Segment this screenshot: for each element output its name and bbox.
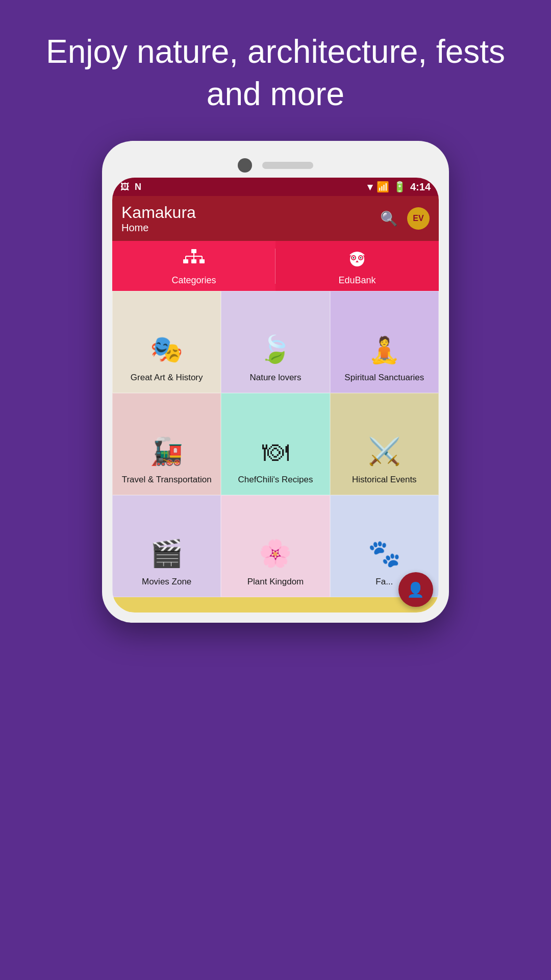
camera-dot: [238, 158, 252, 173]
nature-lovers-label: Nature lovers: [249, 372, 301, 383]
edubank-tab-icon: [346, 249, 368, 272]
svg-rect-2: [191, 259, 196, 263]
battery-icon: 🔋: [393, 181, 406, 193]
categories-tab-icon: [183, 249, 205, 272]
tab-categories[interactable]: Categories: [112, 241, 276, 291]
category-travel[interactable]: 🚂 Travel & Transportation: [112, 393, 221, 495]
category-historical[interactable]: ⚔️ Historical Events: [330, 393, 439, 495]
historical-label: Historical Events: [352, 474, 417, 485]
svg-point-14: [353, 257, 355, 259]
movies-label: Movies Zone: [142, 576, 191, 587]
category-fa[interactable]: 🐾 Fa... 👤: [330, 495, 439, 597]
tab-categories-label: Categories: [171, 275, 216, 286]
wifi-icon: ▾: [367, 181, 372, 193]
category-nature-lovers[interactable]: 🍃 Nature lovers: [221, 291, 330, 393]
phone-screen: 🖼 N ▾ 📶 🔋 4:14 Kamakura Home 🔍 EV: [112, 178, 439, 612]
tab-edubank-label: EduBank: [338, 275, 375, 286]
image-icon: 🖼: [120, 182, 130, 192]
movies-icon: 🎬: [150, 538, 183, 569]
travel-icon: 🚂: [150, 436, 183, 467]
plants-icon: 🌸: [259, 538, 292, 569]
great-art-icon: 🎭: [150, 334, 183, 365]
tab-edubank[interactable]: EduBank: [276, 241, 439, 291]
fa-label: Fa...: [375, 576, 393, 587]
svg-point-15: [360, 257, 362, 259]
category-movies[interactable]: 🎬 Movies Zone: [112, 495, 221, 597]
category-spiritual[interactable]: 🧘 Spiritual Sanctuaries: [330, 291, 439, 393]
plants-label: Plant Kingdom: [247, 576, 304, 587]
app-bar: Kamakura Home 🔍 EV: [112, 196, 439, 241]
svg-rect-3: [199, 259, 205, 263]
spiritual-icon: 🧘: [368, 335, 400, 365]
app-name: Kamakura: [121, 203, 196, 222]
great-art-label: Great Art & History: [131, 372, 203, 383]
svg-rect-0: [191, 249, 196, 253]
nature-lovers-icon: 🍃: [259, 334, 292, 365]
bottom-strip: [112, 597, 439, 612]
hero-section: Enjoy nature, architecture, fests and mo…: [0, 0, 551, 141]
fab-button[interactable]: 👤: [398, 572, 433, 607]
status-right-icons: ▾ 📶 🔋 4:14: [367, 181, 431, 193]
recipes-icon: 🍽: [262, 436, 289, 467]
speaker-bar: [262, 162, 313, 169]
category-great-art[interactable]: 🎭 Great Art & History: [112, 291, 221, 393]
app-bar-actions: 🔍 EV: [380, 207, 430, 230]
travel-label: Travel & Transportation: [122, 474, 212, 485]
svg-rect-1: [183, 259, 188, 263]
phone-mockup: 🖼 N ▾ 📶 🔋 4:14 Kamakura Home 🔍 EV: [102, 141, 449, 623]
status-bar: 🖼 N ▾ 📶 🔋 4:14: [112, 178, 439, 196]
historical-icon: ⚔️: [368, 436, 401, 467]
search-button[interactable]: 🔍: [380, 210, 398, 227]
n-icon: N: [135, 182, 141, 192]
category-plants[interactable]: 🌸 Plant Kingdom: [221, 495, 330, 597]
ev-badge[interactable]: EV: [407, 207, 430, 230]
clock: 4:14: [410, 181, 431, 193]
recipes-label: ChefChili's Recipes: [238, 474, 313, 485]
app-subtitle: Home: [121, 222, 196, 234]
phone-top-bar: [112, 151, 439, 178]
spiritual-label: Spiritual Sanctuaries: [344, 372, 424, 383]
categories-grid: 🎭 Great Art & History 🍃 Nature lovers 🧘 …: [112, 291, 439, 597]
signal-icon: 📶: [377, 181, 389, 193]
hero-text: Enjoy nature, architecture, fests and mo…: [0, 0, 551, 141]
category-recipes[interactable]: 🍽 ChefChili's Recipes: [221, 393, 330, 495]
tabs-bar: Categories: [112, 241, 439, 291]
app-title-group: Kamakura Home: [121, 203, 196, 234]
fab-icon: 👤: [407, 581, 424, 598]
ev-badge-label: EV: [413, 214, 423, 223]
status-left-icons: 🖼 N: [120, 182, 141, 192]
fa-icon: 🐾: [368, 538, 401, 569]
